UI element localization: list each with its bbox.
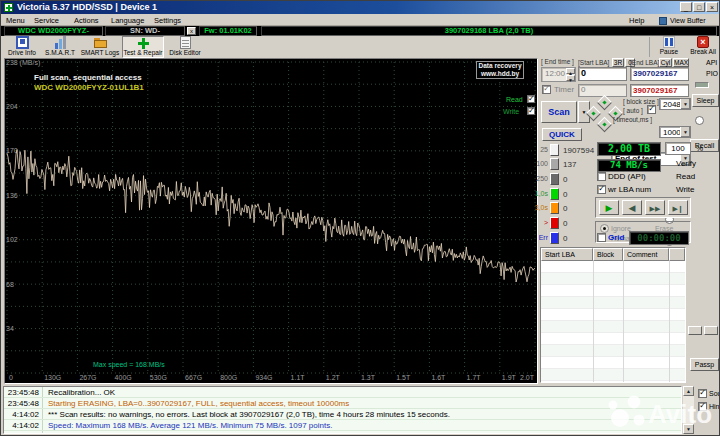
table-header-block[interactable]: Block [593,248,623,261]
menu-item-menu[interactable]: Menu [6,16,25,25]
pio-radio[interactable] [695,116,704,125]
stat-block-25 [550,144,559,156]
block-size-combo[interactable]: 2048 [659,98,691,110]
table-row[interactable] [541,345,685,357]
write-label: Write [676,185,695,195]
ddd-checkbox[interactable] [597,172,606,181]
combo-arrow-icon[interactable] [680,99,690,109]
ignore-label: Ignore [611,225,631,233]
maximize-button[interactable]: □ [693,2,705,12]
start-lba-input[interactable]: 0 [578,67,627,81]
folder-icon [93,36,108,49]
toolbar-label: S.M.A.R.T [45,49,75,57]
timer-checkbox[interactable] [542,85,551,94]
disk-editor-button[interactable]: Disk Editor [167,36,203,58]
table-header-comment[interactable]: Comment [623,248,669,261]
read-legend-label: Read [506,96,523,104]
hints-checkbox[interactable] [698,402,707,411]
prev-button[interactable]: ◀ [622,200,642,215]
sound-label: Sound [709,390,720,398]
end-lba-input[interactable]: 3907029167 [630,67,689,81]
block-size-value: 2048 [663,100,681,109]
player-panel: ▶ ◀ ▶▶ ▶❙ [595,197,691,218]
combo-arrow-icon[interactable] [680,127,690,137]
device-capacity: 3907029168 LBA (2,0 TB) [261,26,717,36]
table-row[interactable] [541,357,685,369]
table-header-start-lba[interactable]: Start LBA [541,248,593,261]
table-row[interactable] [541,321,685,333]
fast-forward-button[interactable]: ▶▶ [645,200,665,215]
svg-text:1.1T: 1.1T [291,374,306,381]
hddby-badge: Data recovery www.hdd.by [476,61,524,79]
notepad-icon [180,36,191,49]
end-time-spinner[interactable]: 12:00 ▲ ▼ [541,67,576,82]
minimize-button[interactable]: _ [680,2,692,12]
menu-item-settings[interactable]: Settings [154,16,181,25]
spin-up-icon[interactable]: ▲ [566,68,575,74]
speed-graph: 0130G267G400G530G667G800G934G1.1T1.2T1.3… [4,58,538,384]
passp-button[interactable]: Passp [690,358,719,371]
menu-item-help[interactable]: Help [629,16,644,25]
verify-label: Verify [676,159,696,169]
table-row[interactable] [541,369,685,381]
break-all-button[interactable]: × Break All [688,36,718,58]
log-text: Starting ERASING, LBA=0..3907029167, FUL… [48,398,349,409]
auto-label: [ auto ] [623,107,643,115]
table-row[interactable] [541,309,685,321]
drive-info-button[interactable]: Drive Info [4,36,40,58]
table-row[interactable] [541,297,685,309]
wr-lba-checkbox[interactable] [597,185,606,194]
svg-text:1.3T: 1.3T [361,374,376,381]
svg-text:1.9T: 1.9T [502,374,517,381]
close-button[interactable]: × [706,2,718,12]
table-row[interactable] [541,285,685,297]
table-row[interactable] [541,273,685,285]
svg-text:267G: 267G [79,374,96,381]
menu-item-actions[interactable]: Actions [74,16,99,25]
menu-item-language[interactable]: Language [111,16,144,25]
play-button[interactable]: ▶ [599,200,619,215]
smart-logs-button[interactable]: SMART Logs [80,36,120,58]
sound-checkbox[interactable] [698,389,707,398]
defect-table[interactable]: Start LBA Block Comment [540,247,686,383]
green-cross-icon [137,37,150,49]
menu-item-service[interactable]: Service [34,16,59,25]
svg-text:68: 68 [6,281,14,288]
timer-end-input[interactable]: 3907029167 [630,84,689,97]
grid-label: Grid [608,233,624,243]
recall-button[interactable]: Recall [690,139,719,152]
smart-button[interactable]: S.M.A.R.T [43,36,77,58]
spin-down-icon[interactable]: ▼ [566,75,575,81]
log-scrollbar[interactable]: ▲ ▼ [683,386,694,434]
table-header-extra[interactable] [669,248,685,261]
toolbar-label: Break All [690,48,716,56]
skip-end-button[interactable]: ▶❙ [668,200,688,215]
table-row[interactable] [541,261,685,273]
scroll-down-icon[interactable]: ▼ [683,424,694,434]
quick-button[interactable]: QUICK [542,128,582,141]
scan-button[interactable]: Scan [541,101,577,123]
svg-text:102: 102 [6,236,18,243]
small-button-2[interactable] [704,326,718,335]
scroll-up-icon[interactable]: ▲ [683,386,694,396]
small-button-1[interactable] [688,326,702,335]
serial-close-button[interactable]: x [187,27,196,35]
timeout-combo[interactable]: 10000 [659,126,691,138]
end-lba-btn-cyl[interactable]: Cyl [659,58,672,67]
stat-label-250: 250 [531,175,548,183]
auto-checkbox[interactable] [647,105,656,114]
stat-count-err: 0 [563,234,567,244]
sleep-button[interactable]: Sleep [692,94,719,107]
start-lba-btn-3r[interactable]: 3R [612,58,624,67]
grid-checkbox[interactable] [597,233,606,242]
stat-label-gt: > [531,219,548,227]
pause-button[interactable]: Pause [654,36,684,58]
test-repair-button-active[interactable]: Test & Repair [122,36,164,58]
ignore-radio[interactable] [600,224,609,233]
toolbar-label: SMART Logs [81,49,119,57]
read-legend-checkbox[interactable] [527,95,535,103]
write-legend-checkbox[interactable] [527,107,535,115]
end-lba-btn-max[interactable]: MAX [673,58,689,67]
table-row[interactable] [541,333,685,345]
app-icon [4,3,13,12]
